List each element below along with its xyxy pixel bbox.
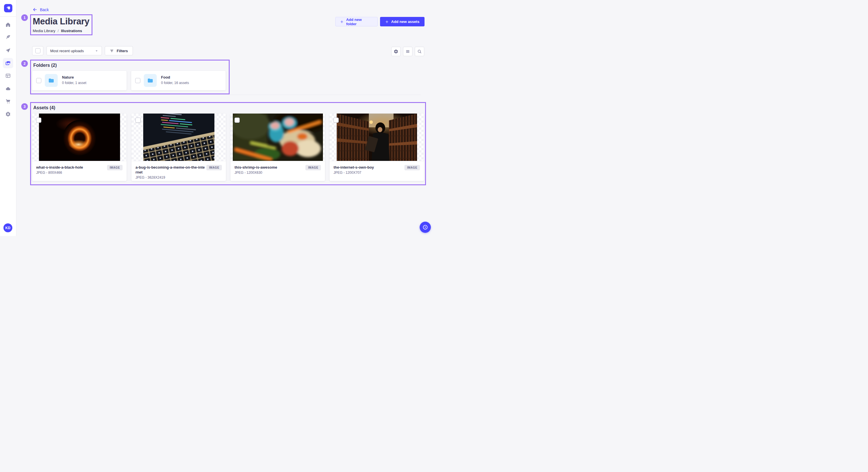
asset-title: the-internet-s-own-boy bbox=[334, 165, 404, 170]
asset-meta: JPEG - 3628X2419 bbox=[135, 175, 222, 179]
asset-meta: JPEG - 800X466 bbox=[36, 171, 123, 175]
annotation-badge-3: 3 bbox=[21, 103, 28, 110]
sidebar-item-settings[interactable] bbox=[3, 109, 13, 119]
asset-thumbnail-area bbox=[32, 113, 127, 161]
gear-icon bbox=[394, 49, 398, 54]
asset-checkbox[interactable] bbox=[235, 117, 240, 123]
asset-card-black-hole[interactable]: what-s-inside-a-black-hole JPEG - 800X46… bbox=[32, 113, 127, 181]
asset-info: what-s-inside-a-black-hole JPEG - 800X46… bbox=[32, 161, 127, 181]
paper-plane-icon bbox=[5, 47, 11, 53]
asset-info: this-shrimp-is-awesome JPEG - 1200X630 I… bbox=[230, 161, 325, 181]
folder-icon bbox=[48, 77, 55, 84]
plus-icon bbox=[385, 20, 389, 24]
sidebar-item-releases[interactable] bbox=[3, 45, 13, 56]
folder-meta: 0 folder, 1 asset bbox=[62, 81, 86, 85]
plus-icon bbox=[340, 20, 344, 24]
sidebar-item-content-manager[interactable] bbox=[3, 32, 13, 42]
svg-text:?: ? bbox=[425, 226, 426, 229]
asset-checkbox[interactable] bbox=[36, 117, 41, 123]
select-all-button[interactable] bbox=[32, 46, 43, 55]
folder-tile bbox=[144, 74, 157, 87]
asset-checkbox[interactable] bbox=[135, 117, 141, 123]
breadcrumb-parent[interactable]: Media Library bbox=[33, 29, 55, 33]
asset-meta: JPEG - 1200X630 bbox=[235, 171, 321, 175]
asset-thumbnail-black-hole bbox=[39, 113, 120, 161]
add-new-assets-button[interactable]: Add new assets bbox=[380, 17, 425, 26]
folder-card-nature[interactable]: Nature 0 folder, 1 asset bbox=[32, 71, 127, 90]
media-library-icon bbox=[5, 60, 11, 66]
sidebar-item-cloud[interactable] bbox=[3, 83, 13, 94]
asset-type-badge: IMAGE bbox=[404, 165, 420, 170]
folder-name: Nature bbox=[62, 75, 74, 79]
asset-card-internet-own-boy[interactable]: the-internet-s-own-boy JPEG - 1200X707 I… bbox=[330, 113, 424, 181]
list-view-button[interactable] bbox=[403, 47, 412, 56]
asset-thumbnail-area bbox=[330, 113, 424, 161]
strapi-logo[interactable] bbox=[4, 4, 12, 12]
add-new-folder-button[interactable]: Add new folder bbox=[335, 17, 378, 26]
folder-card-food[interactable]: Food 0 folder, 16 assets bbox=[131, 71, 226, 90]
sidebar-item-media-library[interactable] bbox=[3, 58, 13, 68]
feather-icon bbox=[5, 34, 11, 40]
filter-icon bbox=[110, 49, 114, 53]
breadcrumb: Media Library / Illustrations bbox=[33, 29, 82, 33]
asset-thumbnail-library bbox=[337, 113, 417, 161]
folders-heading: Folders (2) bbox=[33, 63, 57, 68]
caret-down-icon bbox=[95, 49, 98, 53]
asset-thumbnail-laptop bbox=[143, 113, 214, 161]
gear-icon bbox=[5, 111, 11, 117]
cart-icon bbox=[5, 98, 11, 104]
help-button[interactable]: ? bbox=[420, 222, 431, 233]
back-label: Back bbox=[40, 7, 49, 12]
select-all-checkbox[interactable] bbox=[35, 48, 40, 53]
strapi-logo-icon bbox=[4, 4, 12, 12]
asset-checkbox[interactable] bbox=[334, 117, 339, 123]
avatar[interactable]: KD bbox=[3, 224, 12, 232]
asset-thumbnail-area bbox=[230, 113, 325, 161]
asset-title: a-bug-is-becoming-a-meme-on-the-internet bbox=[135, 165, 206, 175]
back-link[interactable]: Back bbox=[32, 7, 49, 12]
asset-type-badge: IMAGE bbox=[206, 165, 222, 170]
breadcrumb-separator: / bbox=[58, 29, 59, 33]
asset-title: this-shrimp-is-awesome bbox=[235, 165, 305, 170]
arrow-left-icon bbox=[32, 7, 37, 12]
asset-thumbnail-area bbox=[131, 113, 226, 161]
asset-info: a-bug-is-becoming-a-meme-on-the-internet… bbox=[131, 161, 226, 181]
sidebar-item-marketplace[interactable] bbox=[3, 96, 13, 106]
sidebar-item-home[interactable] bbox=[3, 20, 13, 30]
add-new-folder-label: Add new folder bbox=[346, 18, 373, 26]
asset-type-badge: IMAGE bbox=[305, 165, 321, 170]
layout-panel-icon bbox=[5, 73, 11, 78]
asset-info: the-internet-s-own-boy JPEG - 1200X707 I… bbox=[330, 161, 424, 181]
breadcrumb-current: Illustrations bbox=[61, 29, 82, 33]
sidebar: KD bbox=[0, 0, 17, 236]
folder-icon bbox=[147, 77, 154, 84]
annotation-badge-2: 2 bbox=[21, 60, 28, 67]
folder-checkbox[interactable] bbox=[36, 78, 41, 83]
folder-checkbox[interactable] bbox=[135, 78, 141, 83]
folder-meta: 0 folder, 16 assets bbox=[161, 81, 189, 85]
search-button[interactable] bbox=[415, 47, 424, 56]
sort-select[interactable]: Most recent uploads bbox=[46, 46, 102, 55]
list-icon bbox=[405, 49, 410, 54]
home-icon bbox=[5, 22, 11, 28]
assets-heading: Assets (4) bbox=[33, 105, 55, 110]
media-library-page: KD Back 1 Media Library Media Library / … bbox=[0, 0, 434, 236]
sidebar-item-content-type-builder[interactable] bbox=[3, 71, 13, 81]
sort-select-value: Most recent uploads bbox=[50, 49, 84, 53]
asset-meta: JPEG - 1200X707 bbox=[334, 171, 420, 175]
page-title: Media Library bbox=[33, 16, 90, 27]
add-new-assets-label: Add new assets bbox=[391, 20, 420, 24]
asset-type-badge: IMAGE bbox=[107, 165, 123, 170]
asset-title: what-s-inside-a-black-hole bbox=[36, 165, 106, 170]
folder-tile bbox=[45, 74, 58, 87]
asset-card-bug-meme[interactable]: a-bug-is-becoming-a-meme-on-the-internet… bbox=[131, 113, 226, 181]
view-settings-button[interactable] bbox=[391, 47, 401, 56]
filters-button[interactable]: Filters bbox=[105, 46, 133, 55]
asset-card-shrimp[interactable]: this-shrimp-is-awesome JPEG - 1200X630 I… bbox=[230, 113, 325, 181]
section-divider bbox=[30, 95, 421, 95]
filters-label: Filters bbox=[117, 49, 128, 53]
folder-name: Food bbox=[161, 75, 170, 79]
asset-thumbnail-shrimp bbox=[233, 113, 323, 161]
cloud-icon bbox=[5, 86, 11, 92]
question-icon: ? bbox=[423, 225, 428, 230]
